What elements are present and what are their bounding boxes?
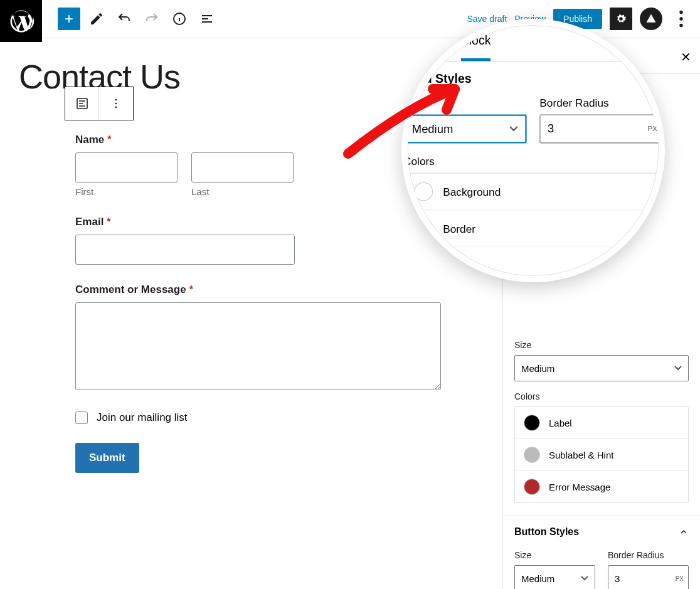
svg-point-5 xyxy=(115,99,117,101)
undo-icon[interactable] xyxy=(113,8,135,30)
block-options-icon[interactable] xyxy=(99,87,133,120)
label-colors-list: Label Sublabel & Hint Error Message xyxy=(514,406,689,503)
mag-radius-input[interactable] xyxy=(539,114,663,143)
mag-color-background[interactable]: Background xyxy=(404,174,662,211)
size-label-2: Size xyxy=(514,340,689,350)
mag-radius-label: Border Radius xyxy=(539,97,663,109)
mailing-checkbox[interactable] xyxy=(75,411,88,424)
first-name-input[interactable] xyxy=(75,152,178,183)
name-label: Name * xyxy=(75,134,452,146)
mag-size-label: Size xyxy=(403,97,527,109)
size-select-2[interactable]: Medium xyxy=(514,355,689,381)
btn-radius-label: Border Radius xyxy=(608,550,689,560)
more-menu-icon[interactable] xyxy=(670,8,692,30)
email-label: Email * xyxy=(75,216,452,228)
btn-size-select[interactable]: Medium xyxy=(514,565,595,589)
svg-point-2 xyxy=(679,17,682,20)
info-icon[interactable] xyxy=(168,8,191,30)
mailing-label: Join our mailing list xyxy=(97,411,188,424)
color-sublabel[interactable]: Sublabel & Hint xyxy=(515,439,688,471)
color-error[interactable]: Error Message xyxy=(515,471,688,502)
wordpress-logo[interactable] xyxy=(0,0,42,42)
settings-button[interactable] xyxy=(610,8,632,30)
plugin-icon[interactable] xyxy=(640,8,662,30)
last-sublabel: Last xyxy=(191,186,294,197)
px-unit: PX xyxy=(676,575,684,582)
block-floating-toolbar xyxy=(65,87,134,120)
outline-icon[interactable] xyxy=(196,8,218,30)
comment-label: Comment or Message * xyxy=(75,284,452,296)
svg-point-7 xyxy=(115,107,117,109)
last-name-input[interactable] xyxy=(191,152,294,183)
svg-point-6 xyxy=(115,103,117,105)
comment-textarea[interactable] xyxy=(75,302,441,390)
swatch-red xyxy=(524,479,540,495)
mag-size-select[interactable]: Medium xyxy=(403,114,527,143)
edit-icon[interactable] xyxy=(85,8,108,30)
mag-tab-block[interactable]: Block xyxy=(461,34,491,61)
chevron-up-icon xyxy=(679,527,689,537)
swatch-black xyxy=(524,415,540,431)
redo-icon[interactable] xyxy=(141,8,163,30)
button-styles-header[interactable]: Button Styles xyxy=(503,516,700,548)
colors-label-2: Colors xyxy=(514,391,689,401)
color-label[interactable]: Label xyxy=(515,407,688,439)
swatch-white xyxy=(414,183,433,201)
svg-point-1 xyxy=(679,11,682,14)
editor-toolbar: + Save draft Preview Publish xyxy=(0,0,700,38)
contact-form-block: Name * First Last Email * Comment or Mes… xyxy=(75,134,452,473)
email-input[interactable] xyxy=(75,235,295,265)
swatch-gray xyxy=(524,447,540,463)
block-type-icon[interactable] xyxy=(65,87,99,120)
first-sublabel: First xyxy=(75,186,178,197)
svg-point-3 xyxy=(679,24,682,27)
magnifier-overlay: Page Block ✕ Field Styles Size Medium Bo… xyxy=(401,19,665,282)
mag-colors-label: Colors xyxy=(403,155,663,167)
add-block-button[interactable]: + xyxy=(58,8,80,30)
btn-size-label: Size xyxy=(514,550,595,560)
mag-color-border[interactable]: Border xyxy=(404,210,662,247)
field-styles-header[interactable]: Field Styles xyxy=(403,72,663,87)
submit-button[interactable]: Submit xyxy=(75,443,139,473)
mag-px-unit: PX xyxy=(647,125,657,133)
close-sidebar-icon[interactable]: ✕ xyxy=(678,47,694,67)
